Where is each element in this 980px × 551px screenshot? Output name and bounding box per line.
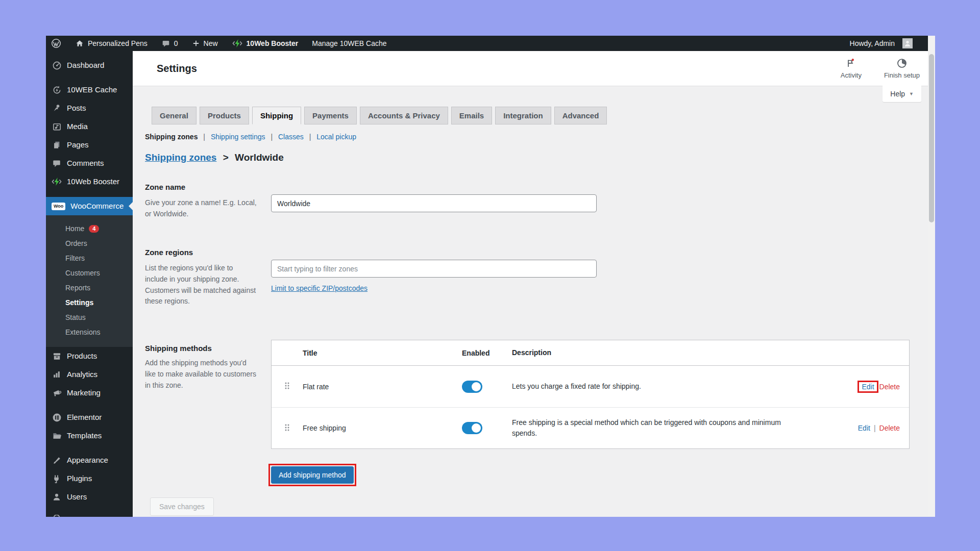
pushpin-icon xyxy=(52,103,62,113)
plug-icon xyxy=(52,473,62,484)
tab-emails[interactable]: Emails xyxy=(451,107,492,124)
sidebar-item-10web-booster[interactable]: 10Web Booster xyxy=(46,172,133,191)
comment-bubble-icon xyxy=(52,158,62,168)
sidebar-item-plugins[interactable]: Plugins xyxy=(46,469,133,488)
submenu-item-filters[interactable]: Filters xyxy=(46,251,133,266)
add-shipping-method-button[interactable]: Add shipping method xyxy=(271,466,354,484)
manage-cache-link[interactable]: Manage 10WEB Cache xyxy=(312,39,386,47)
sidebar-item-label: 10WEB Cache xyxy=(67,85,117,95)
edit-highlight-annotation: Edit xyxy=(857,381,878,393)
sidebar-item-label: Posts xyxy=(67,103,86,113)
submenu-item-orders[interactable]: Orders xyxy=(46,236,133,251)
sidebar-item-analytics[interactable]: Analytics xyxy=(46,365,133,384)
scrollbar[interactable] xyxy=(928,36,935,517)
tab-payments[interactable]: Payments xyxy=(304,107,357,124)
actions-separator: | xyxy=(874,424,876,432)
method-title: Free shipping xyxy=(303,424,462,432)
sidebar-item-templates[interactable]: Templates xyxy=(46,427,133,445)
edit-link[interactable]: Edit xyxy=(858,424,870,432)
sidebar-separator xyxy=(46,402,133,408)
drag-handle-icon[interactable] xyxy=(284,423,290,434)
pages-icon xyxy=(52,140,62,150)
submenu-item-settings[interactable]: Settings xyxy=(46,295,133,310)
wordpress-admin-window: Personalized Pens 0 New xyxy=(46,36,935,517)
tab-products[interactable]: Products xyxy=(200,107,249,124)
shipping-methods-table: Title Enabled Description xyxy=(271,340,910,449)
wp-admin-bar: Personalized Pens 0 New xyxy=(46,36,935,51)
submenu-item-reports[interactable]: Reports xyxy=(46,281,133,295)
delete-link[interactable]: Delete xyxy=(879,424,900,432)
sidebar-item-products[interactable]: Products xyxy=(46,347,133,365)
notification-badge: 4 xyxy=(89,225,99,233)
method-description: Lets you charge a fixed rate for shippin… xyxy=(512,381,798,392)
woocommerce-submenu: Home 4 Orders Filters Customers Reports … xyxy=(46,215,133,347)
delete-link[interactable]: Delete xyxy=(879,383,900,391)
save-changes-button[interactable]: Save changes xyxy=(150,497,214,516)
submenu-item-extensions[interactable]: Extensions xyxy=(46,325,133,340)
sidebar-item-elementor[interactable]: Elementor xyxy=(46,408,133,427)
add-method-highlight-annotation: Add shipping method xyxy=(268,464,356,486)
sidebar-item-label: Elementor xyxy=(67,412,102,422)
tab-advanced[interactable]: Advanced xyxy=(554,107,607,124)
avatar xyxy=(902,38,913,48)
sidebar-item-posts[interactable]: Posts xyxy=(46,99,133,117)
edit-link[interactable]: Edit xyxy=(862,383,874,391)
flat-rate-toggle[interactable] xyxy=(462,381,482,393)
sidebar-item-label: Analytics xyxy=(67,369,97,380)
sidebar-item-pages[interactable]: Pages xyxy=(46,136,133,154)
zone-regions-description: List the regions you'd like to include i… xyxy=(145,260,257,307)
sidebar-item-10web-cache[interactable]: 10WEB Cache xyxy=(46,81,133,99)
tab-general[interactable]: General xyxy=(152,107,197,124)
subnav-local-pickup[interactable]: Local pickup xyxy=(316,133,356,141)
tab-shipping[interactable]: Shipping xyxy=(252,107,301,124)
megaphone-icon xyxy=(52,388,62,398)
new-content-button[interactable]: New xyxy=(192,39,218,47)
products-box-icon xyxy=(52,351,62,361)
shipping-subnav: Shipping zones | Shipping settings | Cla… xyxy=(145,133,917,141)
page-title: Settings xyxy=(157,63,197,74)
scrollbar-thumb[interactable] xyxy=(929,54,934,222)
submenu-item-status[interactable]: Status xyxy=(46,310,133,325)
column-header-enabled: Enabled xyxy=(462,349,512,357)
submenu-item-home[interactable]: Home 4 xyxy=(46,221,133,236)
sidebar-item-partial[interactable] xyxy=(46,510,133,517)
submenu-item-customers[interactable]: Customers xyxy=(46,266,133,281)
method-title: Flat rate xyxy=(303,383,462,391)
sidebar-separator xyxy=(46,445,133,451)
help-dropdown[interactable]: Help ▼ xyxy=(883,86,921,102)
site-name-link[interactable]: Personalized Pens xyxy=(75,39,148,48)
sidebar-item-comments[interactable]: Comments xyxy=(46,154,133,172)
subnav-shipping-settings[interactable]: Shipping settings xyxy=(211,133,265,141)
chevron-down-icon: ▼ xyxy=(909,91,914,96)
zone-regions-input[interactable] xyxy=(271,260,597,278)
sidebar-item-marketing[interactable]: Marketing xyxy=(46,384,133,402)
account-menu[interactable]: Howdy, Admin xyxy=(850,38,913,48)
activity-button[interactable]: Activity xyxy=(841,58,862,79)
subnav-classes[interactable]: Classes xyxy=(278,133,304,141)
sidebar-item-users[interactable]: Users xyxy=(46,488,133,506)
zone-name-input[interactable] xyxy=(271,194,597,212)
subnav-shipping-zones[interactable]: Shipping zones xyxy=(145,133,198,141)
wordpress-logo-icon[interactable] xyxy=(51,38,61,48)
limit-zip-postcodes-link[interactable]: Limit to specific ZIP/postcodes xyxy=(271,284,368,292)
folder-icon xyxy=(52,431,62,441)
sidebar-item-media[interactable]: Media xyxy=(46,117,133,136)
comments-indicator[interactable]: 0 xyxy=(161,39,178,48)
breadcrumb-shipping-zones-link[interactable]: Shipping zones xyxy=(145,152,216,163)
main-content: Settings Activity Finish set xyxy=(133,51,935,517)
sidebar-item-label: 10Web Booster xyxy=(67,177,119,187)
sidebar-item-appearance[interactable]: Appearance xyxy=(46,451,133,469)
sidebar-item-woocommerce[interactable]: Woo WooCommerce xyxy=(46,197,133,215)
home-icon xyxy=(75,39,84,48)
admin-sidebar: Dashboard 10WEB Cache Posts xyxy=(46,51,133,517)
tab-integration[interactable]: Integration xyxy=(495,107,551,124)
booster-bolt-icon xyxy=(52,177,62,187)
sidebar-item-label: Marketing xyxy=(67,388,101,398)
free-shipping-toggle[interactable] xyxy=(462,422,482,434)
subnav-separator: | xyxy=(309,133,311,141)
finish-setup-button[interactable]: Finish setup xyxy=(884,58,920,79)
tab-accounts-privacy[interactable]: Accounts & Privacy xyxy=(360,107,448,124)
booster-adminbar-link[interactable]: 10Web Booster xyxy=(232,39,299,48)
drag-handle-icon[interactable] xyxy=(284,381,290,392)
sidebar-item-dashboard[interactable]: Dashboard xyxy=(46,56,133,74)
